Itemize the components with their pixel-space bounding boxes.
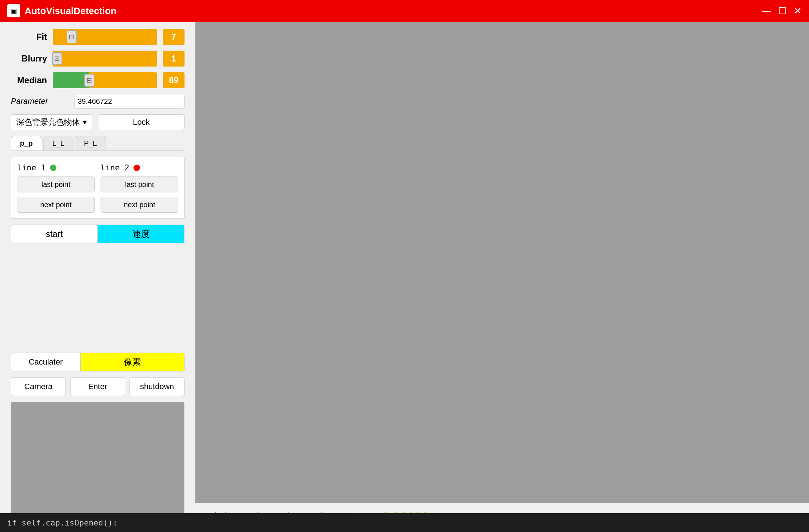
- fit-value-display: 7: [163, 29, 185, 45]
- line1-status-dot: [50, 165, 56, 171]
- median-slider-track[interactable]: ⊟: [53, 72, 157, 88]
- camera-enter-shutdown-row: Camera Enter shutdown: [11, 377, 185, 396]
- blurry-value-display: 1: [163, 51, 185, 67]
- titlebar-left: ▣ AutoVisualDetection: [7, 4, 117, 17]
- lines-grid: line 1 last point next point line 2 last…: [17, 163, 178, 213]
- right-panel: 边线: 0 点: 0 距: 0.00000: [195, 22, 809, 532]
- calculator-row: Caculater 像素: [11, 353, 185, 371]
- chevron-down-icon: ▾: [83, 118, 87, 127]
- median-slider-thumb[interactable]: ⊟: [84, 74, 94, 87]
- main-container: Fit ⊟ 7 Blurry ⊟ 1 Median ⊟ 89: [0, 22, 809, 532]
- line2-column: line 2 last point next point: [101, 163, 178, 213]
- fit-slider-row: Fit ⊟ 7: [11, 29, 185, 45]
- line1-last-point-button[interactable]: last point: [17, 176, 95, 192]
- maximize-button[interactable]: ☐: [778, 6, 787, 16]
- code-text: if self.cap.isOpened():: [7, 518, 118, 527]
- line1-header: line 1: [17, 163, 95, 172]
- close-button[interactable]: ✕: [794, 6, 802, 16]
- line2-status-dot: [134, 165, 140, 171]
- line2-header: line 2: [101, 163, 178, 172]
- median-slider-row: Median ⊟ 89: [11, 72, 185, 88]
- median-label: Median: [11, 75, 47, 85]
- lines-section: line 1 last point next point line 2 last…: [11, 157, 185, 219]
- app-title: AutoVisualDetection: [25, 5, 117, 17]
- mode-dropdown-label: 深色背景亮色物体: [16, 117, 80, 128]
- camera-button[interactable]: Camera: [11, 377, 66, 396]
- app-icon: ▣: [7, 4, 20, 17]
- line1-column: line 1 last point next point: [17, 163, 95, 213]
- tab-pp[interactable]: p_p: [11, 136, 42, 150]
- window-controls: — ☐ ✕: [762, 6, 802, 16]
- parameter-input[interactable]: [75, 94, 185, 108]
- main-view: [195, 22, 809, 503]
- line2-last-point-button[interactable]: last point: [101, 176, 178, 192]
- start-button[interactable]: start: [11, 225, 98, 243]
- line1-label: line 1: [17, 163, 46, 172]
- median-slider-fill: [53, 72, 89, 88]
- tab-ll[interactable]: L_L: [43, 136, 73, 150]
- dropdown-lock-row: 深色背景亮色物体 ▾ Lock: [11, 114, 185, 130]
- minimize-button[interactable]: —: [762, 6, 771, 16]
- spacer: [11, 249, 185, 347]
- titlebar: ▣ AutoVisualDetection — ☐ ✕: [0, 0, 809, 22]
- left-panel: Fit ⊟ 7 Blurry ⊟ 1 Median ⊟ 89: [0, 22, 195, 532]
- speed-display: 速度: [98, 225, 185, 243]
- lock-button[interactable]: Lock: [98, 114, 185, 130]
- median-value-display: 89: [163, 72, 185, 88]
- parameter-label: Parameter: [11, 97, 69, 106]
- parameter-row: Parameter: [11, 94, 185, 108]
- line2-next-point-button[interactable]: next point: [101, 197, 178, 213]
- fit-label: Fit: [11, 32, 47, 42]
- pixel-display: 像素: [80, 353, 185, 371]
- blurry-slider-track[interactable]: ⊟: [53, 51, 157, 67]
- fit-slider-thumb[interactable]: ⊟: [67, 30, 77, 43]
- start-row: start 速度: [11, 225, 185, 243]
- blurry-slider-thumb[interactable]: ⊟: [52, 52, 62, 65]
- fit-slider-track[interactable]: ⊟: [53, 29, 157, 45]
- line2-label: line 2: [101, 163, 129, 172]
- blurry-label: Blurry: [11, 54, 47, 64]
- tab-row: p_p L_L P_L: [11, 136, 185, 151]
- calculator-button[interactable]: Caculater: [11, 353, 80, 371]
- enter-button[interactable]: Enter: [70, 377, 125, 396]
- preview-box: [11, 402, 185, 525]
- mode-dropdown[interactable]: 深色背景亮色物体 ▾: [11, 114, 92, 130]
- blurry-slider-row: Blurry ⊟ 1: [11, 51, 185, 67]
- line1-next-point-button[interactable]: next point: [17, 197, 95, 213]
- shutdown-button[interactable]: shutdown: [130, 377, 185, 396]
- code-bar: if self.cap.isOpened():: [0, 513, 809, 532]
- tab-pl[interactable]: P_L: [75, 136, 106, 150]
